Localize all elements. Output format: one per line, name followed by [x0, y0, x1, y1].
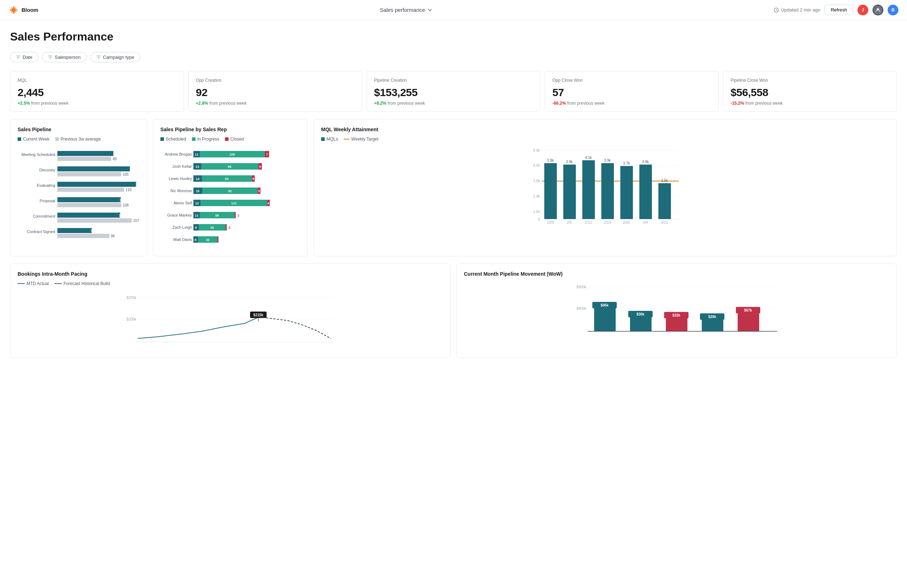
- svg-text:Lewis Huxley: Lewis Huxley: [168, 176, 192, 181]
- svg-rect-89: [226, 224, 227, 230]
- svg-rect-150: [666, 316, 687, 331]
- avatar-j[interactable]: J: [857, 5, 868, 15]
- kpi-opp-label: Opp Creation: [196, 78, 355, 83]
- kpi-close-value: 57: [552, 86, 711, 99]
- legend-target: Weekly Target: [344, 137, 378, 142]
- avatar-profile[interactable]: [873, 5, 883, 15]
- svg-text:2/19: 2/19: [604, 220, 611, 224]
- svg-text:2.5k: 2.5k: [661, 179, 668, 182]
- svg-text:$200k: $200k: [127, 317, 137, 321]
- svg-text:92: 92: [228, 189, 232, 193]
- svg-text:108: 108: [123, 203, 129, 207]
- pipeline-rep-title: Sales Pipeline by Sales Rep: [160, 126, 300, 132]
- kpi-pipeline-creation: Pipeline Creation $153,255 +8.2% from pr…: [367, 71, 541, 112]
- svg-text:Nic Monisse: Nic Monisse: [170, 189, 192, 193]
- svg-text:95: 95: [228, 165, 231, 168]
- kpi-opp-change: +2.8% from previous week: [196, 101, 355, 106]
- svg-text:Zach Leigh: Zach Leigh: [173, 225, 192, 230]
- svg-text:5.0k: 5.0k: [533, 149, 540, 152]
- header-title-dropdown[interactable]: Sales performance: [380, 7, 432, 13]
- legend-prev-dot: [55, 137, 59, 141]
- svg-text:134: 134: [120, 198, 126, 202]
- kpi-pclose-label: Pipeline Close Won: [731, 78, 889, 83]
- rep-svg: Andrew Brogan 11 108 7 Josh Kellar 13 95…: [160, 147, 300, 248]
- svg-rect-147: [630, 315, 652, 331]
- legend-current-dot: [18, 137, 21, 141]
- pipeline-svg: Meeting Scheduled 92 89 Discovey 119 105…: [18, 147, 139, 241]
- kpi-mql: MQL 2,445 +2.5% from previous week: [10, 71, 184, 112]
- svg-text:$400k: $400k: [577, 307, 587, 310]
- bookings-svg: $250k $200k $215k: [18, 292, 443, 349]
- legend-target-line: [344, 139, 349, 139]
- legend-mtd: MTD Actual: [18, 281, 49, 286]
- filter-campaign-type[interactable]: Campaign type: [90, 52, 140, 62]
- svg-text:7: 7: [266, 153, 268, 156]
- svg-text:4.1k: 4.1k: [585, 156, 592, 160]
- avatar-b[interactable]: B: [888, 5, 898, 15]
- svg-text:3.9k: 3.9k: [547, 158, 554, 162]
- svg-rect-35: [58, 218, 132, 223]
- svg-text:3.8k: 3.8k: [642, 160, 649, 164]
- svg-text:$32k: $32k: [672, 313, 681, 317]
- svg-rect-18: [58, 166, 130, 171]
- header-right: Updated 2 min ago Refresh J B: [774, 5, 898, 15]
- svg-text:Commitment: Commitment: [33, 214, 55, 218]
- svg-rect-110: [544, 163, 557, 219]
- svg-rect-33: [58, 213, 120, 217]
- svg-text:9: 9: [195, 226, 197, 230]
- bottom-row: Bookings Intra-Month Pacing MTD Actual F…: [10, 264, 897, 358]
- kpi-mql-change: +2.5% from previous week: [18, 101, 176, 106]
- legend-current-week: Current Week: [18, 137, 50, 142]
- svg-text:157: 157: [133, 219, 139, 223]
- kpi-pipeline-change: +8.2% from previous week: [374, 101, 533, 106]
- legend-mqls: MQLs: [321, 137, 338, 142]
- svg-text:89: 89: [113, 157, 117, 161]
- svg-text:1/29: 1/29: [547, 220, 554, 224]
- sales-pipeline-rep-chart: Sales Pipeline by Sales Rep Scheduled In…: [153, 119, 308, 256]
- svg-rect-23: [58, 182, 136, 187]
- kpi-row: MQL 2,445 +2.5% from previous week Opp C…: [10, 71, 897, 112]
- kpi-close-label: Opp Close Won: [552, 78, 711, 83]
- svg-text:58: 58: [215, 214, 219, 217]
- mql-title: MQL Weekly Attainment: [321, 126, 889, 132]
- sales-pipeline-chart: Sales Pipeline Current Week Previous 3w …: [10, 119, 147, 256]
- svg-rect-25: [58, 187, 124, 192]
- svg-text:3/11: 3/11: [661, 220, 668, 224]
- pipeline-movement-svg: $500k $400k $86k $36k $32k: [464, 281, 889, 339]
- svg-text:4: 4: [267, 201, 269, 205]
- svg-text:2: 2: [229, 226, 230, 230]
- svg-rect-112: [563, 165, 576, 219]
- svg-rect-82: [235, 212, 236, 218]
- legend-mtd-line: [18, 283, 25, 284]
- updated-text: Updated 2 min ago: [781, 7, 820, 13]
- kpi-opp-value: 92: [196, 86, 355, 99]
- svg-text:$29k: $29k: [708, 315, 716, 319]
- kpi-pclose-value: $56,558: [731, 86, 889, 99]
- svg-text:5: 5: [258, 189, 260, 193]
- filter-salesperson[interactable]: Salesperson: [42, 52, 87, 62]
- kpi-pipeline-label: Pipeline Creation: [374, 78, 533, 83]
- svg-rect-144: [594, 306, 616, 331]
- svg-rect-13: [58, 151, 114, 156]
- svg-text:86: 86: [111, 234, 115, 238]
- user-icon: [875, 7, 881, 13]
- svg-text:$86k: $86k: [601, 303, 609, 307]
- kpi-mql-value: 2,445: [18, 86, 176, 99]
- svg-text:119: 119: [131, 168, 137, 171]
- pipeline-movement-chart: Current Month Pipeline Movement (WoW) $5…: [457, 264, 897, 358]
- svg-text:Discovey: Discovey: [39, 168, 55, 172]
- svg-rect-156: [738, 311, 759, 331]
- legend-prev-avg: Previous 3w average: [55, 137, 101, 142]
- legend-closed-dot: [225, 137, 229, 141]
- svg-text:$67k: $67k: [744, 308, 752, 312]
- refresh-button[interactable]: Refresh: [824, 5, 853, 15]
- svg-text:1.0k: 1.0k: [533, 210, 540, 214]
- filter-icon: [16, 55, 21, 59]
- svg-text:3.7k: 3.7k: [623, 161, 630, 165]
- kpi-pipeline-value: $153,255: [374, 86, 533, 99]
- legend-scheduled-dot: [160, 137, 164, 141]
- svg-text:132: 132: [119, 214, 125, 217]
- svg-rect-120: [639, 165, 652, 219]
- filter-icon: [96, 55, 101, 59]
- filter-date[interactable]: Date: [10, 52, 38, 62]
